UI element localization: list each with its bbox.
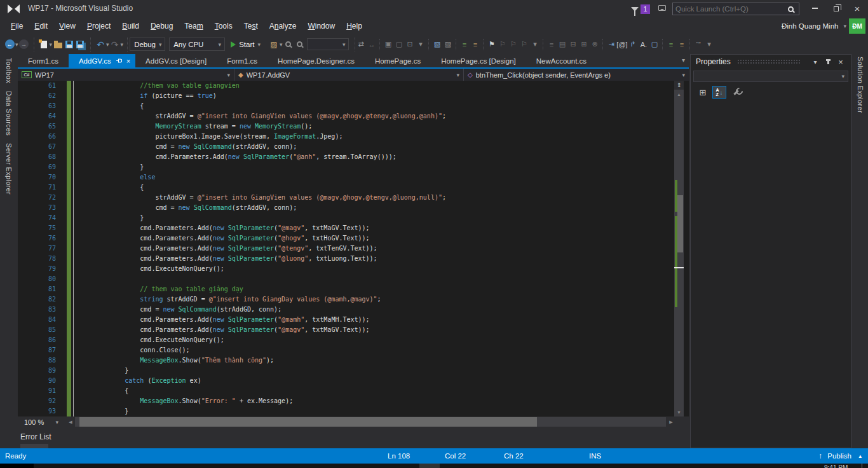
scroll-right-icon[interactable]: ▶ (667, 417, 675, 427)
categorized-icon[interactable]: ⊞ (696, 86, 710, 99)
sidebar-item-data-sources[interactable]: Data Sources (5, 91, 13, 135)
tab-homepage-designer-cs[interactable]: HomePage.Designer.cs (268, 54, 365, 67)
navigate-backward-button[interactable]: ← (4, 38, 15, 51)
menu-view[interactable]: View (53, 18, 81, 34)
menu-build[interactable]: Build (116, 18, 145, 34)
quick-info-icon[interactable]: ⊟ (567, 38, 578, 51)
tab-list-icon[interactable]: ▾ (682, 57, 685, 64)
close-icon[interactable]: × (836, 57, 846, 67)
publish-button[interactable]: Publish (827, 448, 851, 464)
sidebar-item-toolbox[interactable]: Toolbox (5, 58, 13, 83)
code-editor[interactable]: 61 //them vao table giangvien62 if (pict… (18, 81, 689, 416)
previous-bookmark-icon[interactable]: ⚐ (497, 38, 508, 51)
comment-icon[interactable]: ≡ (665, 38, 676, 51)
properties-header[interactable]: Properties ▾ × (691, 55, 851, 69)
type-dropdown[interactable]: ◆ WP17.AddGV ▾ (234, 69, 464, 81)
save-all-button[interactable] (75, 38, 86, 51)
clear-bookmarks-icon[interactable]: ⚐ (519, 38, 529, 51)
menu-file[interactable]: File (5, 18, 29, 34)
horizontal-scrollbar[interactable] (75, 417, 666, 427)
notifications-button[interactable]: 1 (631, 4, 650, 14)
minimize-button[interactable] (804, 0, 825, 17)
quick-launch-box[interactable] (672, 3, 799, 15)
chevron-down-icon[interactable]: ▾ (810, 59, 820, 65)
taskbar-app-icon[interactable] (419, 464, 440, 468)
list-members-icon[interactable]: ≡ (546, 38, 557, 51)
chevron-down-icon[interactable]: ▾ (121, 41, 124, 48)
menu-debug[interactable]: Debug (145, 18, 179, 34)
go-to-definition-icon[interactable]: ↱ (627, 38, 638, 51)
restore-button[interactable] (826, 0, 846, 17)
avatar[interactable]: ĐM (849, 18, 865, 34)
overflow-chevron-icon[interactable]: ▾ (529, 38, 540, 51)
scroll-left-icon[interactable]: ◀ (67, 417, 74, 427)
vertical-scrollbar-thumb[interactable] (677, 195, 683, 252)
feedback-icon[interactable] (658, 5, 666, 11)
zoom-dropdown[interactable]: ▾ (307, 38, 349, 50)
property-pages-button[interactable] (729, 86, 743, 99)
find-in-files-button[interactable]: ▨ (268, 38, 280, 51)
next-bookmark-icon[interactable]: ⚐ (508, 38, 519, 51)
object-selector-dropdown[interactable]: ▾ (693, 71, 848, 82)
redo-icon[interactable]: ↷ (109, 38, 121, 51)
tab-form1-cs[interactable]: Form1.cs (18, 54, 69, 67)
horizontal-scrollbar-thumb[interactable] (79, 417, 537, 427)
menu-team[interactable]: Team (179, 18, 208, 34)
editor-zoom-dropdown[interactable]: 100 % ▾ (21, 417, 62, 427)
textbox-icon[interactable]: ▣ (383, 38, 393, 51)
open-file-button[interactable] (52, 38, 64, 51)
vertical-scrollbar[interactable]: ⇕ ▲ ▼ (674, 81, 684, 416)
tab-addgv-cs[interactable]: AddGV.cs× (69, 54, 135, 67)
user-account-button[interactable]: Đinh Quang Minh ▾ (782, 18, 846, 34)
menu-window[interactable]: Window (302, 18, 341, 34)
error-list-button[interactable]: Error List (20, 432, 51, 441)
solution-platform-dropdown[interactable]: Any CPU ▾ (169, 38, 225, 51)
copy-lines-icon[interactable]: ▢ (649, 38, 660, 51)
sidebar-item-server-explorer[interactable]: Server Explorer (5, 143, 13, 195)
bracket-box-icon[interactable]: ⊡ (404, 38, 415, 51)
close-icon[interactable]: × (126, 57, 130, 65)
tab-homepage-cs[interactable]: HomePage.cs (365, 54, 431, 67)
quick-launch-input[interactable] (673, 5, 788, 13)
solution-configuration-dropdown[interactable]: Debug ▾ (130, 38, 165, 51)
scroll-down-icon[interactable]: ▼ (674, 408, 684, 416)
uncomment-icon[interactable]: ≡ (676, 38, 687, 51)
zoom-out-button[interactable] (294, 38, 305, 51)
overflow-chevron-icon[interactable]: ▾ (415, 38, 426, 51)
close-button[interactable]: × (846, 0, 868, 17)
split-window-handle[interactable]: ⇕ (674, 81, 684, 90)
publish-caret-icon[interactable]: ▴ (858, 448, 862, 464)
decrease-indent-icon[interactable]: ≡ (459, 38, 470, 51)
rename-icon[interactable]: A. (638, 38, 649, 51)
sync-icon[interactable]: ⇄ (355, 38, 366, 51)
menu-tools[interactable]: Tools (209, 18, 238, 34)
stacked-box-icon[interactable]: ▢ (393, 38, 404, 51)
string-quotes-icon[interactable]: “” (693, 38, 703, 51)
undo-icon[interactable]: ↶ (95, 38, 106, 51)
parameter-info-icon[interactable]: ▤ (557, 38, 567, 51)
navigate-forward-button[interactable]: → (18, 38, 30, 51)
bookmark-icon[interactable]: ⚑ (486, 38, 497, 51)
pin-icon[interactable] (116, 58, 122, 64)
word-wrap-icon[interactable]: ⊗ (589, 38, 600, 51)
alphabetical-button[interactable]: AZ ↓ (712, 86, 726, 99)
increase-indent-icon[interactable]: ≡ (470, 38, 480, 51)
tab-addgv-cs-design-[interactable]: AddGV.cs [Design] (135, 54, 217, 67)
menu-edit[interactable]: Edit (29, 18, 53, 34)
member-dropdown[interactable]: ◇ btnThem_Click(object sender, EventArgs… (464, 69, 689, 81)
save-button[interactable] (64, 38, 75, 51)
pin-button[interactable] (823, 59, 833, 64)
tab-homepage-cs-design-[interactable]: HomePage.cs [Design] (431, 54, 526, 67)
zoom-in-button[interactable] (282, 38, 294, 51)
copy-box-icon[interactable]: ▨ (442, 38, 453, 51)
project-dropdown[interactable]: C# WP17 ▾ (18, 69, 234, 81)
menu-help[interactable]: Help (341, 18, 368, 34)
menu-project[interactable]: Project (81, 18, 116, 34)
sidebar-item-solution-explorer[interactable]: Solution Explorer (857, 57, 864, 113)
select-box-icon[interactable]: ▧ (431, 38, 442, 51)
overflow-chevron-icon[interactable]: ▾ (703, 38, 714, 51)
menu-test[interactable]: Test (238, 18, 264, 34)
new-file-button[interactable] (38, 38, 50, 51)
menu-analyze[interactable]: Analyze (264, 18, 302, 34)
scroll-up-icon[interactable]: ▲ (674, 90, 684, 99)
